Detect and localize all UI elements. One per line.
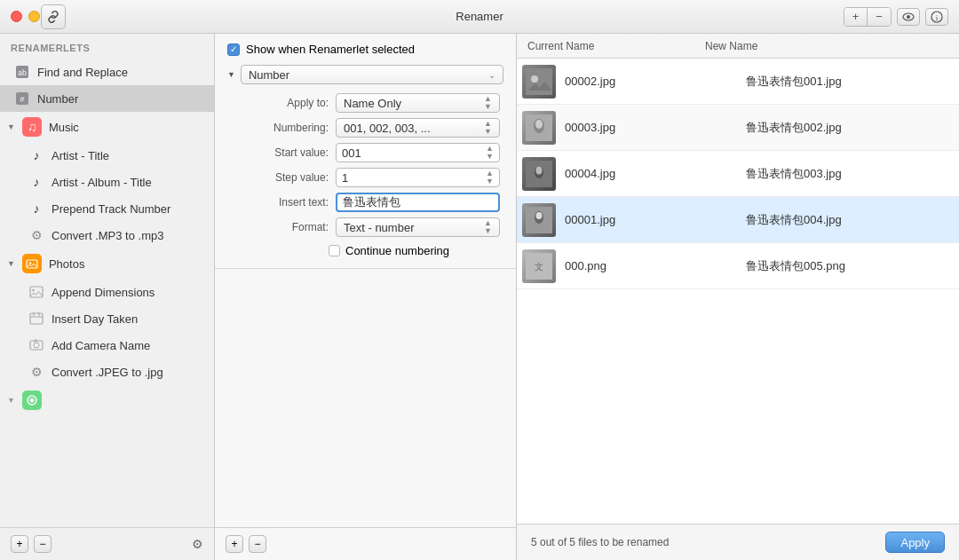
sidebar-item-artist-album-title[interactable]: ♪ Artist - Album - Title <box>0 169 214 195</box>
current-filename: 00004.jpg <box>561 167 739 180</box>
sidebar-group-photos-label: Photos <box>49 257 84 271</box>
continue-numbering-checkbox[interactable] <box>329 245 340 256</box>
start-value-text: 001 <box>342 146 361 160</box>
svg-rect-12 <box>30 313 43 324</box>
sidebar-item-append-dimensions[interactable]: Append Dimensions <box>0 279 214 305</box>
sidebar-group-photos[interactable]: ▼ Photos <box>0 248 214 279</box>
show-when-selected-checkbox[interactable]: ✓ <box>227 43 240 56</box>
sidebar-item-number[interactable]: # Number <box>0 85 214 112</box>
table-row: 00001.jpg 鲁迅表情包004.jpg <box>517 197 959 243</box>
step-value-label: Step value: <box>231 171 329 184</box>
main-layout: Renamerlets ab Find and Replace # Number <box>0 34 959 560</box>
start-value-input[interactable]: 001 ▲▼ <box>336 143 500 162</box>
table-row: 文 000.png 鲁迅表情包005.png <box>517 243 959 289</box>
current-filename: 000.png <box>561 259 739 272</box>
thumbnail-image <box>526 114 552 141</box>
sidebar-item-label: Find and Replace <box>37 66 128 79</box>
middle-remove-button[interactable]: − <box>249 535 266 553</box>
right-panel: Current Name New Name 00002.jpg 鲁迅表情包001… <box>517 34 959 560</box>
numbering-dropdown[interactable]: 001, 002, 003, ... ▲▼ <box>336 118 500 138</box>
middle-panel: ✓ Show when Renamerlet selected ▼ Number… <box>215 34 517 560</box>
current-filename: 00001.jpg <box>561 213 739 226</box>
svg-point-1 <box>907 15 910 19</box>
section-name-dropdown[interactable]: Number ⌄ <box>241 65 503 84</box>
start-value-stepper-icon: ▲▼ <box>486 145 494 161</box>
disclosure-triangle-photos: ▼ <box>7 259 15 268</box>
svg-text:文: 文 <box>535 262 543 272</box>
file-list-header: Current Name New Name <box>517 34 959 59</box>
sidebar-item-insert-day[interactable]: Insert Day Taken <box>0 305 214 332</box>
insert-text-value: 鲁迅表情包 <box>343 194 400 210</box>
svg-point-31 <box>536 212 543 219</box>
sidebar-group-extra[interactable]: ▼ <box>0 385 214 415</box>
current-filename: 00003.jpg <box>561 121 739 134</box>
step-value-input[interactable]: 1 ▲▼ <box>336 168 500 187</box>
sidebar-remove-button[interactable]: − <box>34 535 52 553</box>
preview-button[interactable] <box>897 8 920 26</box>
table-row: 00004.jpg 鲁迅表情包003.jpg <box>517 151 959 197</box>
sidebar-item-prepend-track[interactable]: ♪ Prepend Track Number <box>0 195 214 222</box>
sidebar: Renamerlets ab Find and Replace # Number <box>0 34 215 560</box>
sidebar-item-label: Convert .MP3 to .mp3 <box>52 229 163 242</box>
eye-icon <box>902 12 915 21</box>
numbering-stepper-icon: ▲▼ <box>484 120 492 136</box>
sidebar-item-label: Prepend Track Number <box>52 202 170 216</box>
sidebar-group-music[interactable]: ▼ ♫ Music <box>0 112 214 142</box>
gear-icon: ⚙ <box>192 537 203 551</box>
new-filename: 鲁迅表情包002.jpg <box>739 120 959 136</box>
music-group-icon: ♫ <box>22 117 42 137</box>
start-value-label: Start value: <box>231 146 329 159</box>
titlebar: Renamer + − i <box>0 0 959 34</box>
photos-group-icon <box>22 254 42 273</box>
file-list: 00002.jpg 鲁迅表情包001.jpg 00003.jpg 鲁迅表情包00… <box>517 59 959 524</box>
current-filename: 00002.jpg <box>561 75 739 88</box>
middle-toolbar: ✓ Show when Renamerlet selected ▼ Number… <box>215 34 516 269</box>
add-button[interactable]: + <box>844 8 868 26</box>
sidebar-item-convert-jpeg[interactable]: ⚙ Convert .JPEG to .jpg <box>0 359 214 385</box>
convert-mp3-icon: ⚙ <box>28 227 44 243</box>
convert-jpeg-icon: ⚙ <box>28 364 44 380</box>
extra-group-icon <box>22 390 42 410</box>
sidebar-gear-button[interactable]: ⚙ <box>192 537 203 551</box>
sidebar-header: Renamerlets <box>0 34 214 59</box>
sidebar-item-convert-mp3[interactable]: ⚙ Convert .MP3 to .mp3 <box>0 222 214 248</box>
format-dropdown-arrow-icon: ▲▼ <box>484 219 492 235</box>
apply-to-value: Name Only <box>344 97 401 110</box>
show-when-selected-label: Show when Renamerlet selected <box>246 43 415 56</box>
thumbnail-image <box>526 161 552 187</box>
sidebar-item-add-camera[interactable]: Add Camera Name <box>0 332 214 359</box>
svg-rect-10 <box>30 287 43 297</box>
insert-text-input[interactable]: 鲁迅表情包 <box>336 193 500 212</box>
thumbnail-image <box>526 68 552 95</box>
file-thumbnail: 文 <box>522 249 556 283</box>
minimize-button[interactable] <box>28 11 40 22</box>
svg-point-25 <box>535 120 543 129</box>
sidebar-item-artist-title[interactable]: ♪ Artist - Title <box>0 142 214 169</box>
continue-numbering-label: Continue numbering <box>345 244 449 257</box>
insert-text-label: Insert text: <box>231 196 329 209</box>
svg-point-22 <box>531 75 538 83</box>
sidebar-add-button[interactable]: + <box>11 535 28 553</box>
right-footer: 5 out of 5 files to be renamed Apply <box>517 524 959 560</box>
find-replace-icon: ab <box>14 64 30 80</box>
close-button[interactable] <box>11 11 22 22</box>
sidebar-item-find-replace[interactable]: ab Find and Replace <box>0 59 214 85</box>
svg-text:ab: ab <box>18 68 27 77</box>
apply-to-dropdown[interactable]: Name Only ▲▼ <box>336 93 500 113</box>
svg-point-9 <box>29 262 31 264</box>
current-name-column-header: Current Name <box>517 39 694 52</box>
apply-button[interactable]: Apply <box>885 532 945 553</box>
middle-content-area <box>215 269 516 527</box>
info-button[interactable]: i <box>925 8 948 26</box>
middle-add-button[interactable]: + <box>226 535 243 553</box>
section-disclosure-icon[interactable]: ▼ <box>227 70 235 79</box>
sidebar-item-label: Convert .JPEG to .jpg <box>52 366 163 379</box>
format-dropdown[interactable]: Text - number ▲▼ <box>336 217 500 237</box>
remove-button[interactable]: − <box>868 8 891 26</box>
link-icon-button[interactable] <box>41 4 66 29</box>
add-remove-buttons[interactable]: + − <box>844 7 892 27</box>
svg-point-28 <box>536 166 543 174</box>
artist-title-icon: ♪ <box>28 147 44 163</box>
svg-rect-8 <box>27 260 37 268</box>
append-dimensions-icon <box>28 284 44 300</box>
